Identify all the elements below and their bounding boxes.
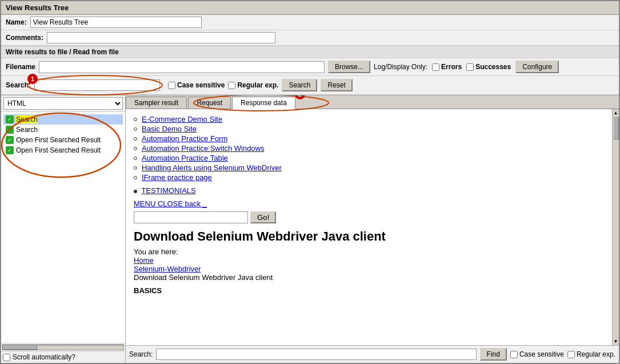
bottom-case-sensitive-checkbox[interactable] <box>510 351 518 358</box>
bottom-case-sensitive-label: Case sensitive <box>510 350 564 358</box>
bottom-search-input[interactable] <box>156 349 476 360</box>
menu-close-link[interactable]: MENU CLOSE back _ <box>134 199 207 208</box>
scroll-track-v[interactable] <box>613 117 619 338</box>
list-item: Basic Demo Site <box>134 125 604 133</box>
section-header: Write results to file / Read from file <box>1 46 619 58</box>
content-area: E-Commerce Demo Site Basic Demo Site Aut… <box>126 109 612 345</box>
name-label: Name: <box>6 18 27 26</box>
list-item: Automation Practice Table <box>134 154 604 162</box>
scroll-auto-row: Scroll automatically? <box>1 351 125 363</box>
link-handling-alerts[interactable]: Handling Alerts using Selenium WebDriver <box>142 163 282 172</box>
status-icon-2: ✓ <box>6 126 14 134</box>
go-button[interactable]: Go! <box>250 211 276 223</box>
comments-input[interactable] <box>47 32 275 43</box>
title-bar: View Results Tree <box>1 1 619 15</box>
name-input[interactable] <box>30 17 202 28</box>
go-section: Go! <box>134 211 604 223</box>
bottom-regular-exp-label: Regular exp. <box>567 350 615 358</box>
bottom-regular-exp-checkbox[interactable] <box>567 351 575 358</box>
errors-checkbox[interactable] <box>432 63 439 71</box>
badge-2: 2 <box>295 95 305 99</box>
bullet-icon <box>134 137 137 141</box>
scroll-auto-label: Scroll automatically? <box>13 353 75 361</box>
tab-request[interactable]: Request <box>188 97 231 109</box>
scroll-thumb-v[interactable] <box>613 117 619 139</box>
status-icon-4: ✓ <box>6 146 14 154</box>
v-scrollbar[interactable]: ▲ ▼ <box>612 109 619 345</box>
tree-item[interactable]: ✓ Open First Searched Result <box>3 135 123 145</box>
list-item: IFrame practice page <box>134 173 604 182</box>
search-row: Search: 1 Case sensitive Regular exp. Se… <box>1 76 619 95</box>
selenium-link[interactable]: Selenium-Webdriver <box>134 265 201 273</box>
find-button[interactable]: Find <box>480 348 507 361</box>
browse-button[interactable]: Browse... <box>328 61 370 73</box>
bottom-search-bar: Search: Find Case sensitive Regular exp. <box>126 345 619 363</box>
filename-label: Filename <box>6 63 35 71</box>
link-list: E-Commerce Demo Site Basic Demo Site Aut… <box>134 115 604 182</box>
search-label: Search: <box>6 81 31 89</box>
log-display-section: Log/Display Only: Errors Successes Confi… <box>374 61 559 73</box>
tree-item-label-2: Search <box>16 126 38 134</box>
search-text-input[interactable] <box>34 79 160 91</box>
link-basic[interactable]: Basic Demo Site <box>142 125 197 133</box>
filename-row: Filename Browse... Log/Display Only: Err… <box>1 58 619 76</box>
testimonials-link[interactable]: TESTIMONIALS <box>141 186 195 195</box>
tree-item[interactable]: ✓ Search <box>3 125 123 135</box>
search-button[interactable]: Search <box>282 79 317 91</box>
bullet-icon <box>134 157 137 160</box>
regular-exp-label: Regular exp. <box>228 81 278 89</box>
tree-item[interactable]: ✓ Open First Searched Result <box>3 145 123 155</box>
comments-row: Comments: <box>1 30 619 46</box>
tab-sampler-result[interactable]: Sampler result <box>126 97 187 109</box>
scroll-track-h[interactable] <box>2 345 124 350</box>
link-practice-table[interactable]: Automation Practice Table <box>142 154 228 162</box>
left-panel-header: HTML Text JSON <box>1 95 125 112</box>
filename-input[interactable] <box>39 61 325 73</box>
successes-checkbox-label: Successes <box>466 63 511 71</box>
html-select[interactable]: HTML Text JSON <box>3 97 123 110</box>
list-item: Handling Alerts using Selenium WebDriver <box>134 163 604 172</box>
case-sensitive-label: Case sensitive <box>168 81 225 89</box>
testimonials-section: TESTIMONIALS <box>134 186 604 195</box>
tab-response-data[interactable]: 2 Response data <box>232 97 295 109</box>
tree-item-label-3: Open First Searched Result <box>16 136 101 144</box>
right-content-wrapper: E-Commerce Demo Site Basic Demo Site Aut… <box>126 109 619 345</box>
window-title: View Results Tree <box>6 3 69 12</box>
page-main-title: Download Selenium Webdriver Java client <box>134 229 604 244</box>
regular-exp-checkbox[interactable] <box>228 82 235 89</box>
tree-item[interactable]: ✓ Search <box>3 114 123 125</box>
scroll-down-arrow[interactable]: ▼ <box>613 338 619 345</box>
tree-item-label-4: Open First Searched Result <box>16 146 101 154</box>
tree-area: ✓ Search ✓ Search ✓ Open First Searched … <box>1 112 125 158</box>
successes-checkbox[interactable] <box>466 63 474 71</box>
h-scrollbar[interactable] <box>1 343 125 351</box>
basics-heading: BASICS <box>134 286 604 295</box>
go-input[interactable] <box>134 211 248 223</box>
scroll-auto-checkbox[interactable] <box>3 354 10 361</box>
menu-close-line: MENU CLOSE back _ <box>134 199 604 208</box>
list-item: Automation Practice Form <box>134 134 604 143</box>
link-switch-windows[interactable]: Automation Practice Switch Windows <box>142 144 265 153</box>
link-iframe[interactable]: IFrame practice page <box>142 173 212 182</box>
home-link[interactable]: Home <box>134 256 154 265</box>
case-sensitive-checkbox[interactable] <box>168 82 175 89</box>
bullet-icon <box>134 147 137 150</box>
tree-item-label-1: Search <box>16 115 38 123</box>
link-practice-form[interactable]: Automation Practice Form <box>142 134 227 143</box>
link-ecommerce[interactable]: E-Commerce Demo Site <box>142 115 222 123</box>
bullet-icon <box>134 118 137 121</box>
you-are-here: You are here: Home Selenium-Webdriver Do… <box>134 247 604 282</box>
reset-button[interactable]: Reset <box>321 79 352 91</box>
scroll-thumb-h[interactable] <box>3 345 37 350</box>
badge-1: 1 <box>27 74 38 84</box>
list-item: E-Commerce Demo Site <box>134 115 604 123</box>
bottom-search-label: Search: <box>129 350 153 358</box>
scroll-up-arrow[interactable]: ▲ <box>613 109 619 117</box>
bullet-icon <box>134 127 137 131</box>
comments-label: Comments: <box>6 34 43 42</box>
download-text: Download Selenium Webdriver Java client <box>134 273 273 282</box>
configure-button[interactable]: Configure <box>515 61 559 73</box>
tree-wrapper: ✓ Search ✓ Search ✓ Open First Searched … <box>1 112 125 343</box>
right-panel: Sampler result Request 2 Response data <box>126 95 619 363</box>
bullet-filled-icon <box>134 190 137 193</box>
